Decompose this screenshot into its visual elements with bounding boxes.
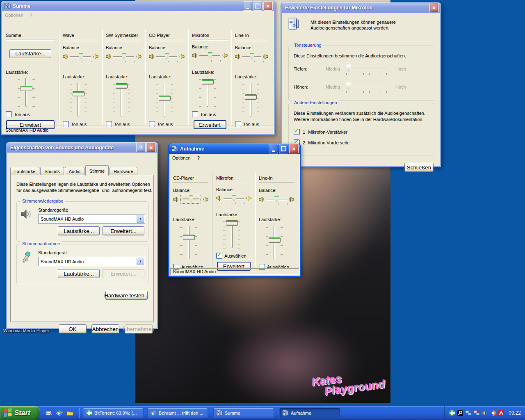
aufnahme-titlebar[interactable]: Aufnahme × [169,144,300,154]
tab-lautstaerke[interactable]: Lautstärke [10,167,39,175]
mute-checkbox[interactable] [192,111,198,117]
tab-stimme[interactable]: Stimme [85,165,109,176]
balance-slider[interactable] [156,53,177,60]
taskbar-item-bittorrent[interactable]: BitTorrent: 63.9%: (... [83,408,144,418]
balance-slider[interactable] [242,53,261,60]
close-icon[interactable]: × [429,3,439,12]
tab-sounds[interactable]: Sounds [40,167,64,175]
volume-slider[interactable] [180,225,198,260]
playback-erweitert-button[interactable]: Erweitert... [103,226,144,235]
uebernehmen-button[interactable]: Übernehmen [125,324,153,333]
menu-optionen[interactable]: Optionen [172,155,191,160]
abbrechen-button[interactable]: Abbrechen [91,324,119,333]
close-icon[interactable]: × [146,143,156,152]
schliessen-button[interactable]: Schließen [404,163,434,172]
balance-slider-thumb[interactable] [122,53,126,60]
avira-icon[interactable] [498,410,504,416]
bass-slider[interactable] [346,65,387,71]
help-icon[interactable]: ? [136,143,146,152]
divider [192,39,228,41]
taskbar-item-summe[interactable]: Summe [213,408,274,418]
mikrofon-verstaerker-checkbox[interactable] [294,129,300,135]
balance-slider-thumb[interactable] [232,195,236,202]
volume-slider-thumb[interactable] [226,220,238,226]
menu-optionen[interactable]: Optionen [5,13,23,18]
volume-slider[interactable] [69,82,87,117]
minimize-button[interactable] [269,144,278,153]
record-erweitert-button[interactable]: Erweitert... [103,269,144,278]
volume-slider-thumb[interactable] [269,237,281,243]
properties-titlebar[interactable]: Eigenschaften von Sounds und Audiogeräte… [7,142,157,153]
record-lautstaerke-button[interactable]: Lautstärke... [58,269,100,278]
volume-slider-thumb[interactable] [183,235,195,240]
volume-slider-thumb[interactable] [73,91,84,96]
menu-help[interactable]: ? [197,155,200,160]
advanced-titlebar[interactable]: Erweiterte Einstellungen für Mikrofon × [282,2,440,13]
balance-slider-thumb[interactable] [189,195,193,202]
taskbar-clock[interactable]: 09:22 [509,410,521,416]
volume-slider[interactable] [199,77,217,107]
network-error-icon[interactable] [473,410,480,416]
menu-help[interactable]: ? [30,13,32,18]
auswaehlen-checkbox[interactable] [216,253,222,259]
balance-slider-thumb[interactable] [208,52,212,59]
balance-slider-thumb[interactable] [250,53,254,60]
start-button[interactable]: Start [0,406,40,420]
balance-slider[interactable] [113,53,134,60]
balance-slider[interactable] [70,53,91,60]
treble-slider-thumb[interactable] [346,83,351,90]
volume-slider[interactable] [112,82,130,117]
maximize-button[interactable] [279,144,288,153]
balance-slider-thumb[interactable] [274,196,279,203]
balance-slider-thumb[interactable] [79,53,83,60]
close-icon[interactable]: × [263,1,273,11]
balance-slider-focused[interactable] [180,195,201,204]
volume-slider[interactable] [265,225,283,260]
balance-ticks [269,203,288,205]
chevron-down-icon[interactable]: ▼ [137,215,144,223]
volume-slider-thumb[interactable] [202,79,214,84]
summe-titlebar[interactable]: Summe × [2,1,274,11]
lautstaerke-button[interactable]: Lautstärke... [9,49,51,58]
hardware-testen-button[interactable]: Hardware testen... [105,291,148,300]
minimize-button[interactable] [243,1,252,11]
panel-description-line2: für das ausgewählte Stimmenwiedergabe- u… [16,188,152,193]
ok-button[interactable]: OK [59,324,87,333]
windows-flag-icon [3,408,12,418]
close-icon[interactable]: × [289,144,299,153]
volume-slider[interactable] [242,82,260,117]
mute-checkbox[interactable] [6,111,12,117]
folder-icon[interactable] [66,410,73,417]
volume-tray-icon[interactable] [482,410,488,416]
volume-slider[interactable] [223,219,241,249]
tab-hardware[interactable]: Hardware [110,167,137,175]
mixer-app-icon [282,410,289,416]
playback-lautstaerke-button[interactable]: Lautstärke... [58,226,100,235]
balance-slider[interactable] [199,52,220,59]
balance-label: Balance: [192,44,228,50]
treble-slider[interactable] [346,83,387,89]
chevron-down-icon[interactable]: ▼ [137,258,144,265]
maximize-button[interactable] [253,1,262,11]
bittorrent-tray-icon[interactable] [449,410,455,416]
security-shield-icon[interactable] [490,410,496,416]
steam-icon[interactable] [457,410,463,416]
network-icon[interactable] [465,410,472,416]
volume-slider-thumb[interactable] [116,83,128,89]
internet-explorer-icon[interactable] [56,410,63,417]
volume-slider[interactable] [155,82,173,117]
playback-device-select[interactable]: SoundMAX HD Audio ▼ [38,214,145,224]
taskbar-item-browser[interactable]: Bohramt ... trifft den ... [147,408,208,418]
balance-slider[interactable] [224,195,244,202]
tab-audio[interactable]: Audio [65,167,84,175]
balance-slider-thumb[interactable] [165,53,169,60]
volume-slider-thumb[interactable] [159,96,171,101]
volume-slider-thumb[interactable] [245,94,257,100]
record-device-select[interactable]: SoundMAX HD Audio ▼ [38,257,145,266]
taskbar-item-aufnahme[interactable]: Aufnahme [279,408,340,418]
show-desktop-icon[interactable] [45,410,52,417]
bass-slider-thumb[interactable] [346,65,351,72]
volume-slider-thumb[interactable] [21,86,32,91]
volume-slider[interactable] [17,77,35,107]
balance-slider[interactable] [266,196,287,203]
